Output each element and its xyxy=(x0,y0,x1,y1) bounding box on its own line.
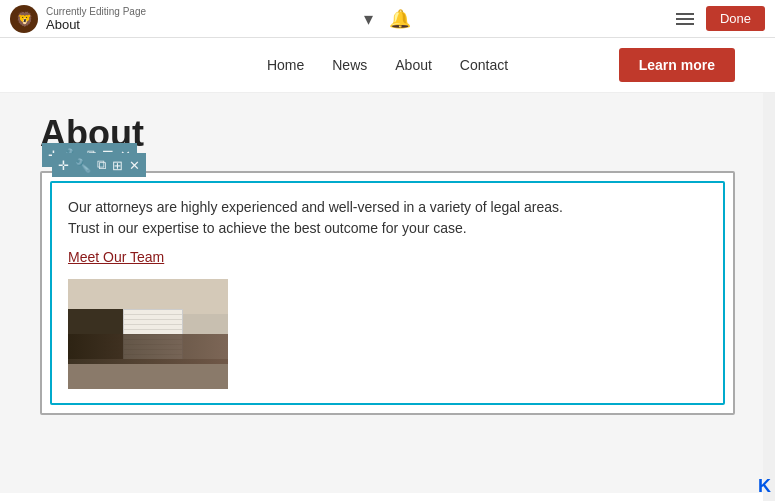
editing-info: Currently Editing Page About xyxy=(46,6,146,32)
done-button[interactable]: Done xyxy=(706,6,765,31)
learn-more-button[interactable]: Learn more xyxy=(619,48,735,82)
content-paragraph: Our attorneys are highly experienced and… xyxy=(68,197,707,239)
top-bar: 🦁 Currently Editing Page About ▾ 🔔 Done xyxy=(0,0,775,38)
nav-links: Home News About Contact xyxy=(267,57,508,73)
page-name: About xyxy=(46,17,146,32)
outer-widget: ✛ 🔧 ⧉ ☰ ✕ ✛ 🔧 ⧉ ⊞ ✕ Our attorneys are hi… xyxy=(40,171,735,415)
dropdown-icon[interactable]: ▾ xyxy=(364,8,373,30)
nav-contact[interactable]: Contact xyxy=(460,57,508,73)
page-title: About xyxy=(40,113,735,155)
office-image xyxy=(68,279,228,389)
menu-lines-icon[interactable] xyxy=(676,13,694,25)
inner-move-icon[interactable]: ✛ xyxy=(58,158,69,173)
inner-widget: ✛ 🔧 ⧉ ⊞ ✕ Our attorneys are highly exper… xyxy=(50,181,725,405)
site-logo: 🦁 xyxy=(10,5,38,33)
inner-widget-toolbar: ✛ 🔧 ⧉ ⊞ ✕ xyxy=(52,153,146,177)
scrollbar[interactable] xyxy=(763,38,775,501)
nav-home[interactable]: Home xyxy=(267,57,304,73)
editing-label: Currently Editing Page xyxy=(46,6,146,17)
inner-layout-icon[interactable]: ⊞ xyxy=(112,158,123,173)
inner-close-icon[interactable]: ✕ xyxy=(129,158,140,173)
top-bar-right: Done xyxy=(676,6,765,31)
inner-copy-icon[interactable]: ⧉ xyxy=(97,157,106,173)
wix-logo: K xyxy=(758,476,771,497)
inner-edit-icon[interactable]: 🔧 xyxy=(75,158,91,173)
nav-about[interactable]: About xyxy=(395,57,432,73)
nav-news[interactable]: News xyxy=(332,57,367,73)
top-bar-center-controls: ▾ 🔔 xyxy=(364,8,411,30)
bell-icon[interactable]: 🔔 xyxy=(389,8,411,30)
meet-team-link[interactable]: Meet Our Team xyxy=(68,249,707,265)
main-content: About ✛ 🔧 ⧉ ☰ ✕ ✛ 🔧 ⧉ ⊞ ✕ Our attorneys … xyxy=(0,93,775,493)
nav-bar: Home News About Contact Learn more xyxy=(0,38,775,93)
